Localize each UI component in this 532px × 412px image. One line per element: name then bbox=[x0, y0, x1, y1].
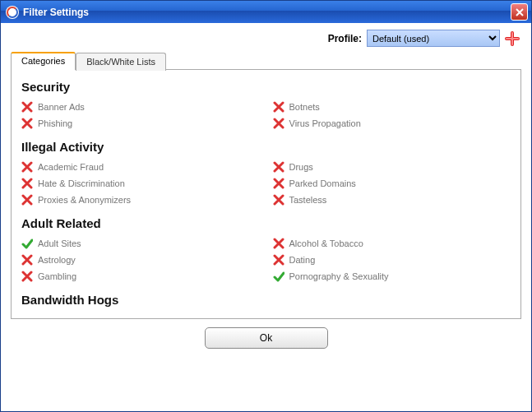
category-item[interactable]: Adult Sites bbox=[21, 237, 265, 250]
category-item[interactable]: Tasteless bbox=[273, 193, 516, 206]
plus-icon bbox=[505, 31, 520, 46]
tab-black-white-lists[interactable]: Black/White Lists bbox=[76, 53, 166, 71]
profile-select[interactable]: Default (used) bbox=[367, 30, 500, 47]
cross-icon bbox=[273, 238, 285, 249]
category-label: Parked Domains bbox=[289, 178, 356, 188]
category-item[interactable]: Gambling bbox=[21, 270, 265, 283]
category-item[interactable]: Banner Ads bbox=[21, 100, 265, 113]
cross-icon bbox=[21, 161, 33, 173]
category-label: Botnets bbox=[289, 102, 320, 112]
category-item[interactable]: Virus Propagation bbox=[273, 117, 516, 130]
group-heading: Security bbox=[21, 80, 516, 94]
categories-scroll[interactable]: SecurityBanner AdsBotnetsPhishingVirus P… bbox=[12, 70, 520, 318]
category-item[interactable]: Dating bbox=[273, 253, 516, 266]
category-grid: Adult SitesAlcohol & TobaccoAstrologyDat… bbox=[21, 237, 516, 283]
category-grid: Banner AdsBotnetsPhishingVirus Propagati… bbox=[21, 100, 516, 130]
check-icon bbox=[21, 238, 33, 249]
category-item[interactable]: Parked Domains bbox=[273, 177, 516, 190]
app-icon bbox=[6, 6, 19, 19]
category-item[interactable]: Phishing bbox=[21, 117, 265, 130]
cross-icon bbox=[273, 254, 285, 266]
category-label: Virus Propagation bbox=[289, 118, 361, 128]
category-item[interactable]: Pornography & Sexuality bbox=[273, 270, 516, 283]
category-item[interactable]: Hate & Discrimination bbox=[21, 177, 265, 190]
category-item[interactable]: Botnets bbox=[273, 100, 516, 113]
tab-label: Black/White Lists bbox=[86, 57, 155, 67]
category-label: Pornography & Sexuality bbox=[289, 271, 389, 281]
category-label: Astrology bbox=[38, 255, 76, 265]
check-icon bbox=[273, 271, 285, 282]
cross-icon bbox=[21, 194, 33, 206]
cross-icon bbox=[21, 101, 33, 113]
category-label: Tasteless bbox=[289, 195, 327, 205]
cross-icon bbox=[21, 178, 33, 189]
window-title: Filter Settings bbox=[23, 7, 89, 18]
category-label: Proxies & Anonymizers bbox=[38, 195, 131, 205]
ok-button[interactable]: Ok bbox=[205, 327, 328, 349]
category-label: Adult Sites bbox=[38, 238, 81, 248]
category-label: Drugs bbox=[289, 162, 313, 172]
category-item[interactable]: Drugs bbox=[273, 160, 516, 174]
cross-icon bbox=[273, 101, 285, 113]
category-label: Gambling bbox=[38, 271, 76, 281]
add-profile-button[interactable] bbox=[505, 31, 520, 46]
cross-icon bbox=[273, 118, 285, 129]
titlebar: Filter Settings bbox=[1, 1, 531, 23]
category-label: Hate & Discrimination bbox=[38, 178, 125, 188]
cross-icon bbox=[21, 118, 33, 129]
category-label: Dating bbox=[289, 255, 316, 265]
group-heading: Adult Related bbox=[21, 216, 516, 230]
category-label: Phishing bbox=[38, 118, 72, 128]
category-item[interactable]: Alcohol & Tobacco bbox=[273, 237, 516, 250]
cross-icon bbox=[273, 178, 285, 189]
category-item[interactable]: Academic Fraud bbox=[21, 160, 265, 174]
group-heading: Illegal Activity bbox=[21, 140, 516, 154]
profile-row: Profile: Default (used) bbox=[11, 30, 521, 47]
category-item[interactable]: Proxies & Anonymizers bbox=[21, 193, 265, 206]
footer: Ok bbox=[11, 319, 521, 359]
cross-icon bbox=[21, 271, 33, 282]
tab-panel: SecurityBanner AdsBotnetsPhishingVirus P… bbox=[11, 69, 521, 319]
tab-label: Categories bbox=[21, 56, 65, 66]
cross-icon bbox=[273, 161, 285, 173]
cross-icon bbox=[273, 194, 285, 206]
group-heading: Bandwidth Hogs bbox=[21, 293, 516, 307]
category-item[interactable]: Astrology bbox=[21, 253, 265, 266]
tabs: Categories Black/White Lists bbox=[11, 52, 521, 70]
category-label: Academic Fraud bbox=[38, 162, 104, 172]
profile-label: Profile: bbox=[328, 33, 362, 44]
close-button[interactable] bbox=[511, 3, 528, 21]
tab-categories[interactable]: Categories bbox=[11, 52, 76, 70]
close-icon bbox=[516, 8, 524, 16]
category-label: Banner Ads bbox=[38, 102, 85, 112]
category-grid: Academic FraudDrugsHate & Discrimination… bbox=[21, 160, 516, 206]
category-label: Alcohol & Tobacco bbox=[289, 238, 363, 248]
cross-icon bbox=[21, 254, 33, 266]
